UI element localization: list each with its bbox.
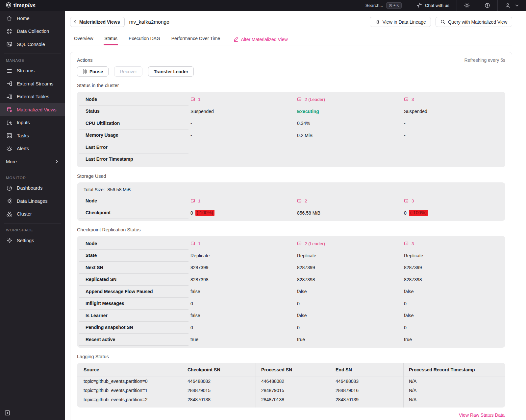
sidebar-item-settings[interactable]: Settings [0, 234, 65, 247]
sidebar-item-more[interactable]: More [0, 155, 65, 168]
account-menu[interactable] [498, 0, 526, 11]
sidebar-divider [4, 54, 61, 54]
streams-icon [6, 68, 13, 74]
node-1-cell: 1 [190, 97, 201, 102]
sidebar-item-sql-console[interactable]: SQL Console [0, 38, 65, 51]
brand-text: timeplus [13, 3, 36, 9]
cluster-icon [6, 211, 13, 217]
sidebar-item-tasks[interactable]: Tasks [0, 129, 65, 142]
view-in-data-lineage-button[interactable]: View in Data Lineage [370, 17, 431, 27]
help-button[interactable] [477, 0, 497, 11]
sidebar-item-home[interactable]: Home [0, 12, 65, 25]
column-header: Source [77, 363, 182, 377]
node-3-cell: 3 [404, 198, 414, 203]
chat-with-us-button[interactable]: Chat with us [409, 0, 457, 11]
node-icon [190, 241, 195, 246]
lineage-icon [375, 19, 380, 25]
column-header: Processed SN [256, 363, 330, 377]
table-row: topic=github_events,partition=2 28487013… [77, 395, 505, 404]
view-raw-status-data-link[interactable]: View Raw Status Data [459, 412, 505, 418]
transfer-leader-button[interactable]: Transfer Leader [148, 66, 194, 77]
timeplus-logo[interactable]: timeplus [0, 2, 36, 9]
chevron-left-icon [74, 20, 77, 24]
collapse-panel-icon [4, 410, 11, 416]
query-with-materialized-view-button[interactable]: Query with Materialized View [436, 17, 512, 27]
action-buttons: Pause Recover Transfer Leader [77, 66, 505, 77]
theme-toggle-button[interactable] [457, 0, 477, 11]
sidebar-item-external-tables[interactable]: External Tables [0, 90, 65, 104]
lagging-status-heading: Lagging Status [77, 354, 505, 359]
chevron-right-icon [55, 159, 58, 164]
pause-icon [83, 69, 87, 74]
storage-used-table: Total Size:856.58 MiB Node 1 2 3 Checkpo… [77, 182, 505, 221]
sidebar-item-streams[interactable]: Streams [0, 64, 65, 78]
sidebar-item-external-streams[interactable]: External Streams [0, 77, 65, 90]
total-size-value: 856.58 MiB [108, 187, 131, 192]
tab-status[interactable]: Status [104, 33, 118, 45]
column-header: Processed Record Timestamp [403, 363, 505, 377]
table-row: Last Error [77, 141, 505, 153]
tab-bar: Overview Status Execution DAG Performanc… [70, 33, 512, 45]
table-row: State Replicate Replicate Replicate [77, 250, 505, 262]
node-2-cell: 2 [297, 198, 307, 203]
help-icon [485, 3, 490, 8]
sidebar-item-dashboards[interactable]: Dashboards [0, 182, 65, 195]
replication-status-table: Node 1 2 (Leader) 3 State Replicate Repl… [77, 236, 505, 348]
settings-icon [6, 237, 13, 244]
page-header: Materialized Views mv_kafka2mongo View i… [70, 17, 512, 27]
pause-button[interactable]: Pause [77, 66, 109, 77]
node-icon [297, 241, 302, 246]
sidebar-item-data-lineages[interactable]: Data Lineages [0, 195, 65, 208]
alter-materialized-view-link[interactable]: Alter Materialized View [233, 34, 288, 45]
node-3-cell: 3 [404, 97, 414, 102]
node-2-cell: 2 (Leader) [297, 241, 325, 246]
node-icon [297, 97, 302, 102]
checkpoint-delta-badge: (-100%) [195, 210, 214, 216]
column-header: Checkpoint SN [182, 363, 256, 377]
table-row: Pending snapshot SN 0 0 0 [77, 322, 505, 334]
table-row: Next SN 8287399 8287399 8287399 [77, 262, 505, 274]
materialized-views-icon [6, 106, 13, 113]
table-row: Checkpoint 0(-100%) 856.58 MiB 0(-100%) [77, 207, 505, 219]
replication-status-heading: Checkpoint Replication Status [77, 227, 505, 232]
table-row: Node 1 2 (Leader) 3 [77, 93, 505, 105]
sidebar-item-data-collection[interactable]: Data Collection [0, 25, 65, 38]
node-icon [297, 198, 302, 203]
table-row: Replicated SN 8287398 8287398 8287398 [77, 274, 505, 286]
table-row: Recent active true true true [77, 334, 505, 346]
actions-title: Actions [77, 58, 93, 63]
sidebar-section-workspace: WORKSPACE [0, 226, 65, 234]
cluster-status-table: Node 1 2 (Leader) 3 Status Suspended Exe… [77, 92, 505, 167]
tab-execution-dag[interactable]: Execution DAG [128, 33, 161, 45]
checkpoint-node-1: 0(-100%) [190, 207, 297, 219]
sidebar-divider [4, 171, 61, 171]
table-row: Memory Usage - 0.2 MiB - [77, 129, 505, 142]
sidebar-section-manage: MANAGE [0, 57, 65, 64]
tab-overview[interactable]: Overview [73, 33, 94, 45]
table-row: CPU Ultilization - 0.34% - [77, 117, 505, 129]
sidebar-item-cluster[interactable]: Cluster [0, 208, 65, 221]
recover-button[interactable]: Recover [114, 66, 142, 77]
sidebar: Home Data Collection SQL Console MANAGE … [0, 11, 65, 420]
checkpoint-delta-badge: (-100%) [409, 210, 428, 216]
sidebar-item-materialized-views[interactable]: Materialized Views [0, 103, 65, 116]
sidebar-collapse-button[interactable] [4, 410, 11, 416]
search-trigger[interactable]: Search... ⌘ + K [358, 0, 409, 11]
sidebar-item-alerts[interactable]: Alerts [0, 142, 65, 155]
table-row: Node 1 2 (Leader) 3 [77, 238, 505, 250]
table-row: Append Message Flow Paused false false f… [77, 286, 505, 298]
tab-performance-over-time[interactable]: Performance Over Time [171, 33, 221, 45]
search-label: Search... [365, 3, 383, 8]
node-1-cell: 1 [190, 198, 201, 203]
lagging-status-table: Source Checkpoint SN Processed SN End SN… [77, 363, 505, 408]
sidebar-item-inputs[interactable]: Inputs [0, 116, 65, 129]
refresh-interval-note[interactable]: Refreshing every 5s [464, 58, 505, 63]
external-tables-icon [6, 94, 13, 100]
back-to-materialized-views-button[interactable]: Materialized Views [70, 17, 125, 27]
table-row: Last Error Timestamp [77, 153, 505, 166]
table-row: Node 1 2 3 [77, 195, 505, 207]
status-value-executing: Executing [297, 105, 404, 118]
table-header-row: Source Checkpoint SN Processed SN End SN… [77, 363, 505, 377]
pencil-icon [233, 37, 238, 42]
node-icon [190, 97, 195, 102]
